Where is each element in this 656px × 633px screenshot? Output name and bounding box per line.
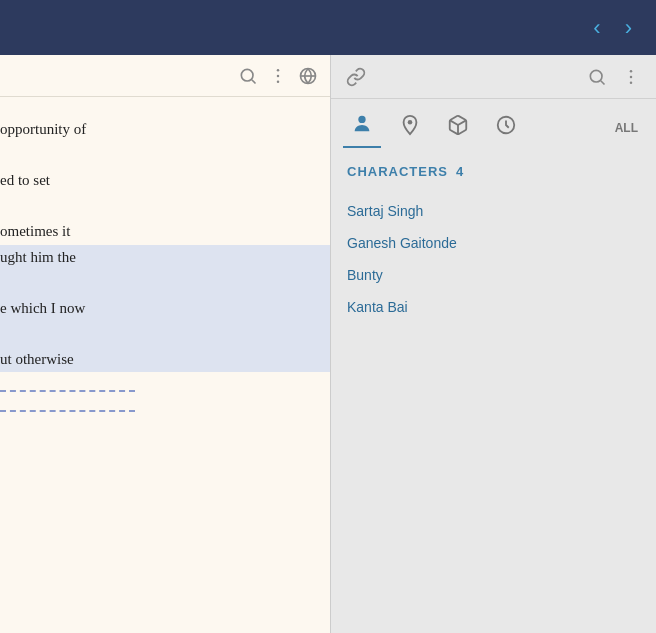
left-panel: opportunity of ed to set ometimes it ugh… <box>0 55 330 633</box>
text-line-3: ometimes it <box>0 219 330 245</box>
character-item-4[interactable]: Kanta Bai <box>347 291 640 323</box>
left-toolbar <box>0 55 330 97</box>
text-line-2: ed to set <box>0 168 330 194</box>
main-area: opportunity of ed to set ometimes it ugh… <box>0 55 656 633</box>
characters-title: CHARACTERS <box>347 164 448 179</box>
dashed-divider-2 <box>0 410 135 412</box>
right-more-icon[interactable] <box>618 63 644 90</box>
book-text-area: opportunity of ed to set ometimes it ugh… <box>0 97 330 450</box>
text-line-4: ught him the <box>0 245 330 271</box>
character-item-2[interactable]: Ganesh Gaitonde <box>347 227 640 259</box>
svg-point-0 <box>241 70 253 82</box>
svg-line-8 <box>601 81 605 85</box>
tab-places[interactable] <box>391 108 429 147</box>
svg-point-9 <box>630 70 633 73</box>
svg-point-7 <box>590 70 602 82</box>
svg-point-10 <box>630 76 633 79</box>
characters-section-header: CHARACTERS 4 <box>347 164 640 179</box>
dashed-divider-1 <box>0 390 135 392</box>
text-line-6: ut otherwise <box>0 347 330 373</box>
tab-all[interactable]: ALL <box>609 117 644 139</box>
right-search-icon[interactable] <box>584 63 610 90</box>
search-icon[interactable] <box>238 65 258 86</box>
svg-point-13 <box>408 120 413 125</box>
prev-button[interactable]: ‹ <box>585 13 608 43</box>
top-bar: ‹ › <box>0 0 656 55</box>
svg-point-4 <box>277 81 280 84</box>
highlighted-text[interactable]: ught him the e which I now ut otherwise <box>0 245 330 373</box>
right-panel: ALL CHARACTERS 4 Sartaj Singh Ganesh Gai… <box>330 55 656 633</box>
right-toolbar-right <box>584 63 644 90</box>
right-toolbar <box>331 55 656 99</box>
annotation-content: CHARACTERS 4 Sartaj Singh Ganesh Gaitond… <box>331 148 656 633</box>
globe-icon[interactable] <box>298 65 318 86</box>
more-icon[interactable] <box>268 65 288 86</box>
tab-history[interactable] <box>487 108 525 147</box>
svg-point-11 <box>630 81 633 84</box>
svg-point-3 <box>277 75 280 78</box>
tab-objects[interactable] <box>439 108 477 147</box>
tab-characters[interactable] <box>343 107 381 148</box>
character-item-3[interactable]: Bunty <box>347 259 640 291</box>
svg-point-12 <box>358 116 365 123</box>
next-button[interactable]: › <box>617 13 640 43</box>
svg-line-1 <box>252 80 256 84</box>
svg-point-2 <box>277 69 280 72</box>
link-icon[interactable] <box>343 63 369 90</box>
text-line-1: opportunity of <box>0 117 330 143</box>
right-toolbar-left <box>343 63 369 90</box>
characters-count: 4 <box>456 164 463 179</box>
text-line-5: e which I now <box>0 296 330 322</box>
annotation-tabs: ALL <box>331 99 656 148</box>
character-item-1[interactable]: Sartaj Singh <box>347 195 640 227</box>
